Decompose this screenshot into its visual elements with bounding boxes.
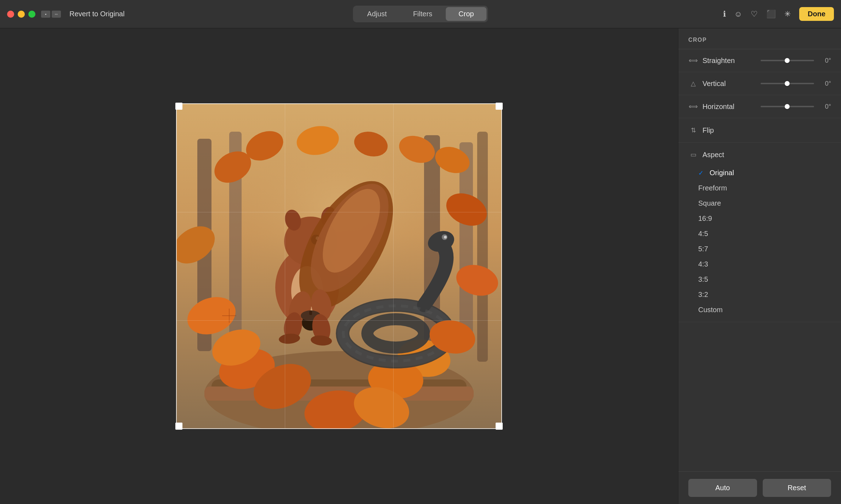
aspect-label-4-5: 4:5	[698, 230, 708, 238]
aspect-item-custom[interactable]: Custom	[678, 302, 841, 317]
bottom-bar: Auto Reset	[678, 471, 841, 504]
flip-section: ⇅ Flip	[678, 118, 841, 143]
aspect-label-16-9: 16:9	[698, 214, 712, 223]
vertical-label: Vertical	[702, 80, 756, 88]
aspect-label: Aspect	[702, 151, 724, 159]
done-button[interactable]: Done	[799, 7, 834, 21]
image-container	[176, 103, 502, 429]
aspect-icon: ▭	[688, 150, 698, 160]
view-toggle: ▪ ▫▫	[41, 11, 61, 18]
horizontal-label: Horizontal	[702, 103, 756, 111]
aspect-item-3-2[interactable]: 3:2	[678, 287, 841, 302]
aspect-item-original[interactable]: ✓ Original	[678, 165, 841, 181]
horizontal-slider[interactable]	[761, 106, 814, 107]
straighten-slider[interactable]	[761, 60, 814, 61]
checkmark-icon: ✓	[698, 169, 707, 177]
tab-adjust[interactable]: Adjust	[354, 7, 400, 21]
vertical-slider[interactable]	[761, 83, 814, 84]
aspect-label-square: Square	[698, 199, 721, 207]
toolbar-right: ℹ ☺ ♡ ⬛ ✳ Done	[723, 7, 834, 21]
tab-crop[interactable]: Crop	[446, 7, 486, 21]
minimize-button[interactable]	[18, 11, 25, 18]
aspect-item-3-5[interactable]: 3:5	[678, 272, 841, 287]
reset-button[interactable]: Reset	[763, 479, 831, 497]
straighten-row: ⟺ Straighten 0°	[678, 52, 841, 69]
aspect-label-3-5: 3:5	[698, 275, 708, 284]
aspect-item-freeform[interactable]: Freeform	[678, 181, 841, 196]
aspect-label-5-7: 5:7	[698, 245, 708, 253]
aspect-label-freeform: Freeform	[698, 184, 727, 192]
panel-header: CROP	[678, 28, 841, 49]
auto-button[interactable]: Auto	[688, 479, 757, 497]
vertical-thumb	[785, 81, 790, 86]
straighten-label: Straighten	[702, 57, 756, 65]
aspect-label-original: Original	[710, 169, 734, 177]
right-panel: CROP ⟺ Straighten 0° △ Vertical 0°	[678, 28, 841, 504]
canvas-area	[0, 28, 678, 504]
aspect-section: ▭ Aspect ✓ Original Freeform Square 16:9	[678, 143, 841, 322]
split-view-button[interactable]: ▫▫	[52, 11, 61, 18]
straighten-value: 0°	[818, 57, 831, 64]
aspect-item-square[interactable]: Square	[678, 196, 841, 211]
revert-button[interactable]: Revert to Original	[69, 10, 125, 18]
maximize-button[interactable]	[28, 11, 35, 18]
flip-row[interactable]: ⇅ Flip	[678, 121, 841, 139]
photo-canvas[interactable]	[176, 103, 502, 429]
straighten-thumb	[785, 58, 790, 63]
panel-title: CROP	[688, 37, 831, 43]
horizontal-thumb	[785, 104, 790, 109]
svg-rect-5	[459, 142, 473, 348]
flip-icon: ⇅	[688, 125, 698, 135]
vertical-row: △ Vertical 0°	[678, 75, 841, 92]
main-area: CROP ⟺ Straighten 0° △ Vertical 0°	[0, 28, 841, 504]
straighten-section: ⟺ Straighten 0°	[678, 49, 841, 72]
aspect-row[interactable]: ▭ Aspect	[678, 145, 841, 164]
horizontal-section: ⟺ Horizontal 0°	[678, 95, 841, 118]
magic-icon[interactable]: ✳	[784, 10, 791, 19]
share-icon[interactable]: ⬛	[766, 10, 776, 19]
horizontal-icon: ⟺	[688, 102, 698, 111]
aspect-label-4-3: 4:3	[698, 260, 708, 268]
svg-rect-36	[309, 311, 312, 315]
emoji-icon[interactable]: ☺	[734, 10, 742, 19]
svg-rect-6	[477, 132, 488, 362]
aspect-label-custom: Custom	[698, 306, 723, 314]
horizontal-value: 0°	[818, 103, 831, 110]
aspect-item-4-3[interactable]: 4:3	[678, 257, 841, 272]
vertical-icon: △	[688, 79, 698, 88]
tab-filters[interactable]: Filters	[400, 7, 445, 21]
heart-icon[interactable]: ♡	[751, 10, 758, 19]
straighten-icon: ⟺	[688, 56, 698, 65]
tab-group: Adjust Filters Crop	[353, 6, 488, 22]
aspect-list: ✓ Original Freeform Square 16:9 4:5 5:7	[678, 164, 841, 319]
aspect-item-5-7[interactable]: 5:7	[678, 241, 841, 257]
info-icon[interactable]: ℹ	[723, 10, 726, 19]
close-button[interactable]	[7, 11, 14, 18]
vertical-value: 0°	[818, 80, 831, 87]
vertical-section: △ Vertical 0°	[678, 72, 841, 95]
single-view-button[interactable]: ▪	[41, 11, 50, 18]
aspect-label-3-2: 3:2	[698, 291, 708, 299]
aspect-item-4-5[interactable]: 4:5	[678, 226, 841, 241]
flip-label: Flip	[702, 126, 714, 134]
svg-point-46	[444, 236, 447, 239]
aspect-item-16-9[interactable]: 16:9	[678, 211, 841, 226]
titlebar: ▪ ▫▫ Revert to Original Adjust Filters C…	[0, 0, 841, 28]
horizontal-row: ⟺ Horizontal 0°	[678, 98, 841, 115]
window-controls	[7, 11, 35, 18]
